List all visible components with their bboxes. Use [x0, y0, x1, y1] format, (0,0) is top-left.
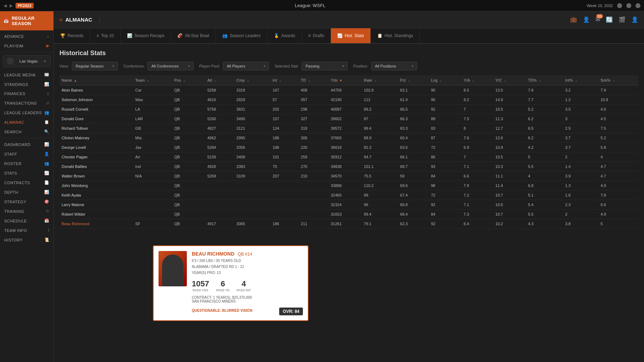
col-yc[interactable]: Y/C ▲	[493, 75, 526, 86]
tab-season-leaders[interactable]: 👥 Season Leaders	[216, 28, 267, 43]
cell-intpct: 2	[563, 152, 598, 162]
cell-team: SF	[133, 219, 172, 229]
sidebar-item-finances[interactable]: FINANCES $	[0, 89, 53, 98]
col-int[interactable]: Int ▲	[271, 75, 299, 86]
tab-bar: 🏆 Records ≡ Top 10 📊 Season Recaps 🏈 All…	[54, 28, 644, 44]
sidebar-item-training[interactable]: TRAINING ⚙	[0, 206, 53, 216]
table-row: Solomon JohnsonWasQB46102829573574219511…	[59, 95, 638, 105]
sidebar-item-roster[interactable]: ROSTER 👥	[0, 159, 53, 168]
cell-ya: 7.1	[461, 162, 493, 171]
view-select[interactable]: Regular Season Playoffs	[72, 62, 118, 70]
cell-att: 4610	[205, 95, 234, 105]
tab-all-star-bowl[interactable]: 🏈 All-Star Bowl	[171, 28, 216, 43]
mail-icon[interactable]: ✉ S3	[596, 16, 600, 23]
col-tdpct[interactable]: TD% ▲	[526, 75, 563, 86]
settings-icon[interactable]: 👤	[631, 16, 638, 23]
cell-int: 57	[271, 95, 299, 105]
sidebar-item-history[interactable]: HISTORY 📜	[0, 235, 53, 245]
briefcase-icon[interactable]: 💼	[570, 16, 577, 23]
sidebar-item-dashboard[interactable]: DASHBOARD 📊	[0, 140, 53, 149]
player-name: Alvin Baines	[59, 86, 133, 95]
cell-team: Ind	[133, 162, 172, 171]
maximize-btn[interactable]	[626, 3, 631, 8]
col-att[interactable]: Att ▲	[205, 75, 234, 86]
records-icon: 🏆	[60, 33, 65, 38]
playsim-label: PLAY/SIM	[4, 44, 23, 48]
col-team[interactable]: Team ▲	[133, 75, 172, 86]
cell-pos: QB	[172, 181, 205, 191]
sidebar-item-depth[interactable]: DEPTH 📊	[0, 187, 53, 197]
position-filter: Position: All Positions QB RB WR	[353, 62, 417, 70]
cell-yc: 10.5	[493, 105, 526, 114]
col-pct[interactable]: Pct ▲	[398, 75, 429, 86]
cell-tdpct: 4.3	[526, 219, 563, 229]
awards-icon: 🏅	[274, 33, 279, 38]
col-lng[interactable]: Lng ▲	[429, 75, 461, 86]
col-rate[interactable]: Rate ▲	[362, 75, 398, 86]
tab-records[interactable]: 🏆 Records	[54, 28, 90, 43]
col-sckpct[interactable]: Sck% ▲	[598, 75, 638, 86]
back-btn[interactable]: ◀	[4, 3, 7, 8]
tab-hist-stats[interactable]: 📈 Hist. Stats	[331, 28, 371, 43]
tab-hist-standings[interactable]: 📋 Hist. Standings	[371, 28, 420, 43]
player-pool-select[interactable]: All Players Active Players	[223, 62, 269, 70]
conference-select-wrapper: All Conferences	[148, 62, 194, 70]
position-select[interactable]: All Positions QB RB WR	[371, 62, 417, 70]
view-select-wrapper: Regular Season Playoffs	[72, 62, 118, 70]
cell-cmp: 3121	[234, 124, 270, 133]
col-intpct[interactable]: Int% ▲	[563, 75, 598, 86]
cell-ya: 6.6	[461, 171, 493, 181]
close-btn[interactable]	[636, 3, 640, 8]
cell-yc: 13.5	[493, 86, 526, 95]
cell-pct: 66.8	[398, 200, 429, 210]
tab-awards[interactable]: 🏅 Awards	[268, 28, 302, 43]
sidebar-item-almanac[interactable]: ALMANAC 📋	[0, 117, 53, 127]
sidebar-item-strategy[interactable]: STRATEGY 🎯	[0, 197, 53, 206]
cell-att: 5258	[205, 86, 234, 95]
cell-team: Ari	[133, 152, 172, 162]
conference-select[interactable]: All Conferences	[148, 62, 194, 70]
sidebar-item-search[interactable]: SEARCH 🔍	[0, 127, 53, 136]
col-pos[interactable]: Pos ▲	[172, 75, 205, 86]
col-name[interactable]: Name ▲	[59, 75, 133, 86]
user-icon[interactable]: 👤	[583, 16, 590, 23]
sidebar-item-staff[interactable]: STAFF 👤	[0, 149, 53, 159]
col-td[interactable]: TD ▲	[299, 75, 329, 86]
forward-btn[interactable]: ▶	[10, 3, 13, 8]
tab-top10[interactable]: ≡ Top 10	[90, 28, 121, 43]
sidebar-item-contracts[interactable]: CONTRACTS 📄	[0, 178, 53, 187]
selected-stat-select[interactable]: Passing Rushing Receiving	[301, 62, 347, 70]
cell-td: 306	[299, 133, 329, 143]
col-yds[interactable]: Yds ▼	[329, 75, 362, 86]
season-button[interactable]: 📅 REGULAR SEASON	[0, 11, 53, 30]
sidebar-item-transactions[interactable]: TRANSACTIONS ⇄	[0, 98, 53, 108]
table-row: Chester PaganAriQB515934081012593591294.…	[59, 152, 638, 162]
sidebar-item-league-leaders[interactable]: LEAGUE LEADERS 👥	[0, 108, 53, 117]
minimize-btn[interactable]	[617, 3, 622, 8]
sidebar-item-playsim[interactable]: PLAY/SIM ▶	[0, 41, 53, 51]
col-ya[interactable]: Y/A ▲	[461, 75, 493, 86]
cell-lng: 92	[429, 105, 461, 114]
stats-table: Name ▲ Team ▲ Pos ▲ Att ▲ Cmp ▲ Int ▲ TD…	[59, 75, 638, 229]
sidebar-item-league-media[interactable]: LEAGUE MEDIA 📰	[0, 70, 53, 80]
col-cmp[interactable]: Cmp ▲	[234, 75, 270, 86]
cell-rate: 97	[362, 114, 398, 124]
team-selector[interactable]: Las Vegas ▼	[3, 55, 51, 67]
cell-cmp: 3831	[234, 105, 270, 114]
sidebar-item-standings[interactable]: STANDINGS 📊	[0, 80, 53, 89]
sidebar-item-advance[interactable]: ADVANCE »	[0, 32, 53, 41]
sidebar-item-team-info[interactable]: TEAM INFO ℹ	[0, 226, 53, 235]
cell-lng: 92	[429, 219, 461, 229]
popup-stat-2: 4 PASS INT	[237, 279, 251, 292]
tab-drafts[interactable]: # Drafts	[302, 28, 331, 43]
cell-att	[205, 181, 234, 191]
refresh-icon[interactable]: 🔄	[606, 16, 613, 23]
cell-td	[299, 191, 329, 200]
tab-season-recaps[interactable]: 📊 Season Recaps	[121, 28, 171, 43]
player-link[interactable]: Beau Richmond	[62, 222, 89, 226]
cell-intpct: 2.3	[563, 200, 598, 210]
sidebar-item-stats[interactable]: STATS 📈	[0, 168, 53, 178]
player-figure	[162, 255, 183, 286]
sidebar-item-schedule[interactable]: SCHEDULE 📅	[0, 216, 53, 226]
film-icon[interactable]: 🎬	[619, 16, 626, 23]
